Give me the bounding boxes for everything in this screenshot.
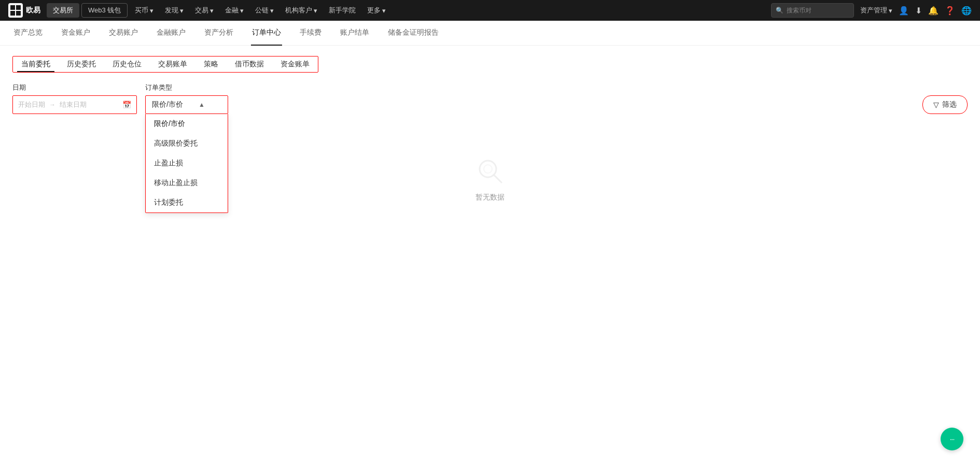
- top-nav-right: 🔍 搜索币对 资产管理 ▾ 👤 ⬇ 🔔 ❓ 🌐: [771, 3, 972, 18]
- end-date-placeholder: 结束日期: [60, 100, 87, 109]
- globe-icon[interactable]: 🌐: [961, 6, 972, 16]
- tab-history-orders[interactable]: 历史委托: [59, 56, 104, 72]
- filter-btn-container: ▽ 筛选: [922, 95, 968, 114]
- filter-icon: ▽: [933, 101, 939, 109]
- tab-history-positions[interactable]: 历史仓位: [104, 56, 150, 72]
- menu-item-finance[interactable]: 金融 ▾: [220, 0, 249, 21]
- svg-rect-3: [16, 11, 21, 16]
- logo-icon: [8, 3, 23, 18]
- empty-text: 暂无数据: [475, 193, 505, 202]
- sec-nav-fund-account[interactable]: 资金账户: [60, 21, 91, 46]
- secondary-navigation: 资产总览 资金账户 交易账户 金融账户 资产分析 订单中心 手续费 账户结单 储…: [0, 21, 980, 46]
- svg-line-5: [494, 175, 501, 182]
- order-type-label: 订单类型: [145, 83, 228, 92]
- menu-item-trade[interactable]: 交易 ▾: [190, 0, 219, 21]
- logo[interactable]: 欧易: [8, 3, 40, 18]
- web3-btn[interactable]: Web3 钱包: [81, 3, 128, 18]
- exchange-btn[interactable]: 交易所: [47, 3, 79, 18]
- order-tabs: 当前委托 历史委托 历史仓位 交易账单 策略 借币数据 资金账单: [12, 56, 318, 73]
- sec-nav-fees[interactable]: 手续费: [299, 21, 323, 46]
- download-icon[interactable]: ⬇: [915, 6, 922, 16]
- chevron-down-icon: ▾: [180, 7, 184, 15]
- selected-order-type: 限价/市价: [152, 100, 183, 109]
- date-label: 日期: [12, 83, 137, 92]
- order-type-select[interactable]: 限价/市价 ▲: [145, 95, 228, 114]
- chevron-down-icon: ▾: [314, 7, 317, 15]
- date-range-input[interactable]: 开始日期 → 结束日期 📅: [12, 95, 137, 114]
- svg-rect-0: [10, 5, 15, 10]
- top-navigation: 欧易 交易所 Web3 钱包 买币 ▾ 发现 ▾ 交易 ▾ 金融 ▾ 公链 ▾ …: [0, 0, 980, 21]
- filter-button[interactable]: ▽ 筛选: [922, 95, 968, 114]
- chevron-down-icon: ▾: [270, 7, 274, 15]
- sec-nav-reserve-report[interactable]: 储备金证明报告: [387, 21, 440, 46]
- sec-nav-settlement[interactable]: 账户结单: [339, 21, 370, 46]
- menu-item-academy[interactable]: 新手学院: [324, 0, 361, 21]
- empty-icon: [474, 155, 506, 187]
- chevron-down-icon: ▾: [210, 7, 214, 15]
- user-icon[interactable]: 👤: [899, 6, 909, 16]
- filter-row: 日期 开始日期 → 结束日期 📅 订单类型 限价/市价 ▲ 限价/市价 高级限价: [12, 83, 968, 114]
- dropdown-item-stop-loss[interactable]: 止盈止损: [146, 153, 228, 173]
- tab-strategy[interactable]: 策略: [195, 56, 227, 72]
- sec-nav-order-center[interactable]: 订单中心: [251, 21, 282, 46]
- search-icon: 🔍: [776, 7, 783, 14]
- logo-text: 欧易: [26, 6, 40, 15]
- chevron-up-icon: ▲: [199, 101, 205, 108]
- menu-item-more[interactable]: 更多 ▾: [362, 0, 391, 21]
- tab-current-orders[interactable]: 当前委托: [13, 56, 59, 72]
- dropdown-item-trailing-stop[interactable]: 移动止盈止损: [146, 173, 228, 193]
- dropdown-item-limit-market[interactable]: 限价/市价: [146, 114, 228, 134]
- chevron-down-icon: ▾: [150, 7, 153, 15]
- chevron-down-icon: ▾: [889, 7, 892, 15]
- top-menu: 买币 ▾ 发现 ▾ 交易 ▾ 金融 ▾ 公链 ▾ 机构客户 ▾ 新手学院 更多 …: [130, 0, 769, 21]
- menu-item-buy[interactable]: 买币 ▾: [130, 0, 159, 21]
- svg-rect-2: [10, 11, 15, 16]
- notification-icon[interactable]: 🔔: [928, 6, 939, 16]
- chevron-down-icon: ▾: [240, 7, 244, 15]
- start-date-placeholder: 开始日期: [18, 100, 45, 109]
- tab-trade-bill[interactable]: 交易账单: [150, 56, 195, 72]
- search-box[interactable]: 🔍 搜索币对: [771, 3, 854, 18]
- arrow-icon: →: [49, 101, 55, 108]
- date-filter-group: 日期 开始日期 → 结束日期 📅: [12, 83, 137, 114]
- menu-item-discover[interactable]: 发现 ▾: [160, 0, 189, 21]
- svg-point-6: [484, 165, 492, 173]
- svg-rect-1: [16, 5, 21, 10]
- sec-nav-financial-account[interactable]: 金融账户: [156, 21, 187, 46]
- menu-item-institutional[interactable]: 机构客户 ▾: [280, 0, 323, 21]
- menu-item-chain[interactable]: 公链 ▾: [250, 0, 279, 21]
- tab-borrow-data[interactable]: 借币数据: [227, 56, 272, 72]
- sec-nav-asset-analysis[interactable]: 资产分析: [203, 21, 234, 46]
- order-type-filter-group: 订单类型 限价/市价 ▲ 限价/市价 高级限价委托 止盈止损 移动止盈止损: [145, 83, 228, 114]
- chevron-down-icon: ▾: [382, 7, 386, 15]
- sec-nav-overview[interactable]: 资产总览: [12, 21, 44, 46]
- order-type-dropdown: 限价/市价 高级限价委托 止盈止损 移动止盈止损 计划委托: [145, 114, 228, 213]
- asset-management[interactable]: 资产管理 ▾: [860, 6, 892, 15]
- dropdown-item-advanced-limit[interactable]: 高级限价委托: [146, 134, 228, 153]
- dropdown-item-planned[interactable]: 计划委托: [146, 193, 228, 213]
- sec-nav-trade-account[interactable]: 交易账户: [108, 21, 139, 46]
- help-icon[interactable]: ❓: [945, 6, 955, 16]
- calendar-icon: 📅: [122, 101, 131, 109]
- tab-fund-bill[interactable]: 资金账单: [272, 56, 318, 72]
- page-content: 当前委托 历史委托 历史仓位 交易账单 策略 借币数据 资金账单 日期 开始日期…: [0, 46, 980, 244]
